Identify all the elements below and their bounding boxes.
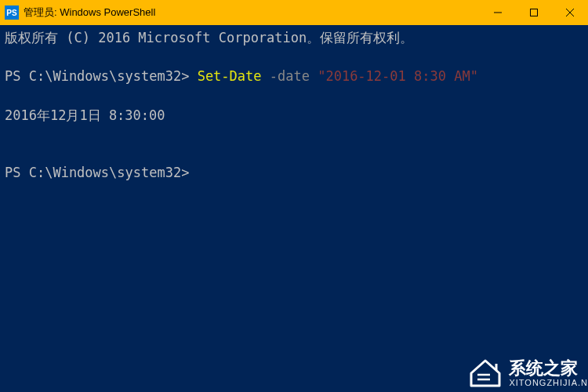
watermark-house-icon xyxy=(468,358,503,389)
cmdlet-name: Set-Date xyxy=(198,68,262,84)
watermark: 系统之家 XITONGZHIJIA.N xyxy=(468,358,588,389)
cmdlet-arg: "2016-12-01 8:30 AM" xyxy=(318,68,478,84)
cmdlet-flag: -date xyxy=(262,68,318,84)
maximize-button[interactable] xyxy=(516,0,552,25)
prompt-2: PS C:\Windows\system32> xyxy=(5,163,583,183)
minimize-icon xyxy=(494,9,502,16)
close-icon xyxy=(566,9,574,16)
powershell-icon-label: PS xyxy=(6,9,16,17)
svg-rect-1 xyxy=(531,9,538,16)
command-line-1: PS C:\Windows\system32> Set-Date -date "… xyxy=(5,67,583,86)
prompt-1: PS C:\Windows\system32> xyxy=(5,68,198,84)
titlebar-left: PS 管理员: Windows PowerShell xyxy=(5,5,155,20)
window-title: 管理员: Windows PowerShell xyxy=(24,5,155,20)
maximize-icon xyxy=(530,9,538,16)
terminal-area[interactable]: 版权所有 (C) 2016 Microsoft Corporation。保留所有… xyxy=(0,25,588,392)
blank-line-3 xyxy=(5,125,583,144)
powershell-window: PS 管理员: Windows PowerShell 版权所有 (C) 2016… xyxy=(0,0,588,392)
blank-line-4 xyxy=(5,144,583,164)
watermark-main: 系统之家 xyxy=(509,359,588,378)
titlebar[interactable]: PS 管理员: Windows PowerShell xyxy=(0,0,588,25)
watermark-sub: XITONGZHIJIA.N xyxy=(509,378,588,387)
output-line: 2016年12月1日 8:30:00 xyxy=(5,106,583,125)
minimize-button[interactable] xyxy=(480,0,516,25)
blank-line-2 xyxy=(5,86,583,106)
powershell-icon: PS xyxy=(5,5,19,20)
watermark-text: 系统之家 XITONGZHIJIA.N xyxy=(509,359,588,387)
window-controls xyxy=(480,0,588,25)
close-button[interactable] xyxy=(552,0,588,25)
blank-line xyxy=(5,48,583,67)
copyright-line: 版权所有 (C) 2016 Microsoft Corporation。保留所有… xyxy=(5,28,583,48)
